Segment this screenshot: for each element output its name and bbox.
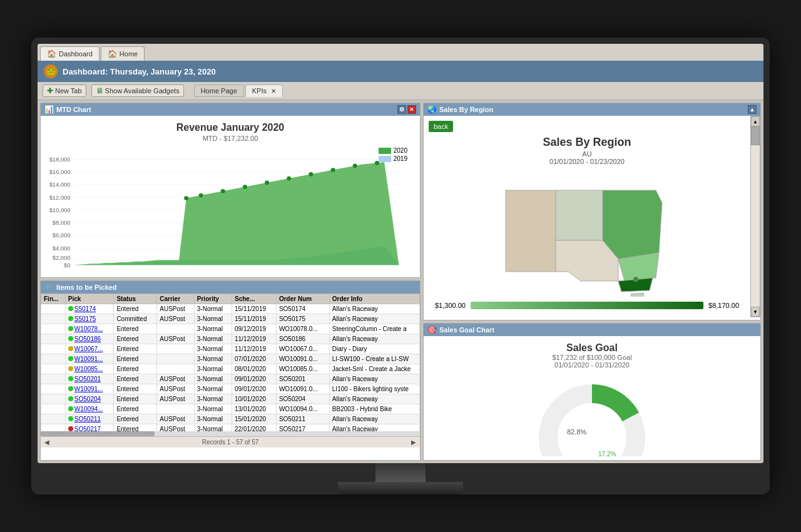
region-chart-header: Sales By Region AU 01/01/2020 - 01/23/20… — [429, 136, 745, 165]
tab-kpis-label: KPIs — [252, 87, 267, 95]
table-row[interactable]: W10094... Entered 3-Normal 13/01/2020 WO… — [41, 404, 420, 414]
table-row[interactable]: SO50211 Entered AUSPost 3-Normal 15/01/2… — [41, 414, 420, 424]
mtd-chart-settings-btn[interactable]: ⚙ — [397, 105, 406, 114]
new-tab-button[interactable]: ✚ New Tab — [43, 84, 86, 97]
cell-order-num: SO50217 — [276, 424, 329, 432]
nt-region[interactable] — [556, 190, 603, 240]
cell-pick[interactable]: W10078... — [65, 324, 114, 334]
cell-priority: 3-Normal — [194, 344, 232, 354]
act-region[interactable] — [633, 277, 638, 282]
cell-pick[interactable]: SO50211 — [65, 414, 114, 424]
window-tab-bar: 🏠 Dashboard 🏠 Home — [38, 44, 763, 61]
australia-map — [429, 171, 745, 297]
region-date-range: 01/01/2020 - 01/23/2020 — [429, 158, 745, 165]
svg-marker-20 — [73, 162, 399, 265]
sales-goal-header-left: 🎯 Sales Goal Chart — [427, 325, 494, 334]
goal-main-title: Sales Goal — [430, 342, 754, 354]
mtd-chart-header-left: 📊 MTD Chart — [44, 105, 91, 114]
tas-region[interactable] — [631, 293, 645, 297]
region-scroll-thumb — [751, 126, 760, 145]
region-widget-body: back Sales By Region AU 01/01/2020 - 01/… — [424, 116, 760, 317]
svg-point-27 — [309, 172, 313, 176]
sales-region-header: 🌏 Sales By Region ▲ — [424, 103, 760, 116]
home-tab-icon: 🏠 — [108, 49, 117, 58]
table-row[interactable]: S50175 Committed AUSPost 3-Normal 15/11/… — [41, 314, 420, 324]
cell-pick[interactable]: SO50186 — [65, 334, 114, 344]
cell-sched: 15/01/2020 — [232, 414, 276, 424]
cell-carrier: AUSPost — [157, 334, 195, 344]
cell-order-num: WO10094.0... — [276, 404, 329, 414]
tab-kpis-close-icon[interactable]: ✕ — [271, 88, 276, 95]
show-gadgets-label: Show Available Gadgets — [105, 87, 180, 95]
cell-fin — [41, 334, 66, 344]
cell-pick[interactable]: W10091... — [65, 354, 114, 364]
cell-pick[interactable]: S50174 — [65, 304, 114, 314]
table-row[interactable]: SO50201 Entered AUSPost 3-Normal 09/01/2… — [41, 374, 420, 384]
monitor-stand — [38, 463, 763, 494]
table-row[interactable]: S50174 Entered AUSPost 3-Normal 15/11/20… — [41, 304, 420, 314]
cell-sched: 11/12/2019 — [232, 344, 276, 354]
cell-fin — [41, 364, 66, 374]
cell-pick[interactable]: W10091... — [65, 384, 114, 394]
cell-order-info: Allan's Raceway — [329, 414, 419, 424]
cell-sched: 15/11/2019 — [232, 304, 276, 314]
table-row[interactable]: W10091... Entered 3-Normal 07/01/2020 WO… — [41, 354, 420, 364]
table-row[interactable]: SO50217 Entered AUSPost 3-Normal 22/01/2… — [41, 424, 420, 432]
back-button[interactable]: back — [429, 121, 453, 132]
cell-order-num: WO10085.0... — [276, 364, 329, 374]
cell-status: Entered — [114, 414, 157, 424]
show-gadgets-button[interactable]: 🖥 Show Available Gadgets — [91, 84, 184, 97]
cell-carrier: AUSPost — [157, 314, 195, 324]
table-row[interactable]: SO50204 Entered AUSPost 3-Normal 10/01/2… — [41, 394, 420, 404]
tab-home-page[interactable]: Home Page — [194, 84, 244, 97]
cell-order-info: Jacket-Sml - Create a Jacke — [329, 364, 419, 374]
tab-dashboard[interactable]: 🏠 Dashboard — [40, 46, 99, 61]
mtd-chart-close-btn[interactable]: ✕ — [407, 105, 416, 114]
qld-region[interactable] — [603, 190, 662, 259]
region-scroll-down-btn[interactable]: ▼ — [751, 307, 760, 317]
cell-fin — [41, 414, 66, 424]
legend-max-val: $8,170.00 — [708, 302, 739, 309]
cell-pick[interactable]: SO50201 — [65, 374, 114, 384]
cell-order-info: SteeringColumn - Create a — [329, 324, 419, 334]
cell-pick[interactable]: SO50217 — [65, 424, 114, 432]
plus-icon: ✚ — [47, 86, 53, 95]
cell-order-num: SO50211 — [276, 414, 329, 424]
cell-pick[interactable]: W10085... — [65, 364, 114, 374]
svg-text:$14,000: $14,000 — [49, 182, 71, 188]
items-table: Fin... Pick Status Carrier Priority Sche… — [41, 294, 420, 431]
cell-carrier — [157, 354, 195, 364]
svg-point-29 — [353, 163, 357, 168]
region-scrollbar[interactable]: ▲ ▼ — [750, 116, 760, 317]
table-nav-right[interactable]: ▶ — [411, 439, 416, 446]
cell-pick[interactable]: S50175 — [65, 314, 114, 324]
table-row[interactable]: W10078... Entered 3-Normal 09/12/2019 WO… — [41, 324, 420, 334]
cell-sched: 08/01/2020 — [232, 364, 276, 374]
tab-kpis[interactable]: KPIs ✕ — [245, 84, 283, 97]
table-row[interactable]: W10067... Entered 3-Normal 11/12/2019 WO… — [41, 344, 420, 354]
table-horizontal-scrollbar[interactable] — [41, 431, 420, 436]
table-nav-left[interactable]: ◀ — [44, 439, 49, 446]
wa-region[interactable] — [506, 190, 556, 272]
cell-status: Entered — [114, 354, 157, 364]
cell-carrier: AUSPost — [157, 394, 195, 404]
cell-priority: 3-Normal — [194, 304, 232, 314]
region-scroll-up[interactable]: ▲ — [748, 105, 757, 114]
table-row[interactable]: SO50186 Entered AUSPost 3-Normal 11/12/2… — [41, 334, 420, 344]
cell-pick[interactable]: W10067... — [65, 344, 114, 354]
cell-pick[interactable]: W10094... — [65, 404, 114, 414]
chart-main-title: Revenue January 2020 — [47, 122, 414, 133]
cell-order-info: Allan's Raceway — [329, 424, 419, 432]
tab-home[interactable]: 🏠 Home — [101, 46, 145, 61]
table-row[interactable]: W10091... Entered AUSPost 3-Normal 09/01… — [41, 384, 420, 394]
table-row[interactable]: W10085... Entered 3-Normal 08/01/2020 WO… — [41, 364, 420, 374]
items-table-scroll[interactable]: Fin... Pick Status Carrier Priority Sche… — [41, 294, 420, 431]
region-country: AU — [429, 150, 745, 158]
cell-priority: 3-Normal — [194, 324, 232, 334]
cell-fin — [41, 404, 66, 414]
svg-text:$2,000: $2,000 — [53, 255, 71, 262]
region-scroll-up-btn[interactable]: ▲ — [751, 116, 760, 126]
toolbar: ✚ New Tab 🖥 Show Available Gadgets Home … — [38, 82, 763, 100]
svg-text:$10,000: $10,000 — [49, 207, 71, 213]
cell-pick[interactable]: SO50204 — [65, 394, 114, 404]
